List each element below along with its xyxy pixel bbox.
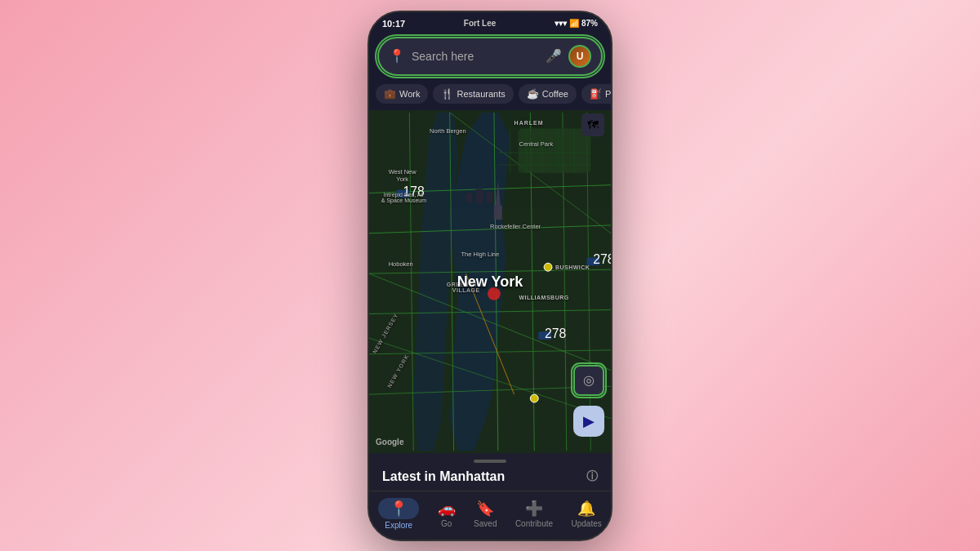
directions-button[interactable]: ▶ (573, 406, 604, 437)
svg-text:278: 278 (545, 327, 567, 340)
status-bar: 10:17 Fort Lee ▾▾▾ 📶 87% (369, 12, 611, 32)
location: Fort Lee (464, 19, 496, 28)
svg-rect-28 (487, 191, 493, 203)
place-hoboken: Hoboken (389, 260, 413, 268)
chip-work[interactable]: 💼 Work (376, 84, 428, 104)
bottom-nav: 📍 Explore 🚗 Go 🔖 Saved ➕ Contribute 🔔 Up… (369, 491, 611, 541)
explore-label: Explore (385, 521, 412, 530)
go-icon: 🚗 (438, 500, 456, 518)
petrol-label: Petro... (605, 89, 611, 99)
wifi-icon: 📶 (569, 19, 579, 28)
avatar-initial: U (577, 51, 584, 62)
search-container: 📍 Search here 🎤 U (369, 32, 611, 81)
category-bar: 💼 Work 🍴 Restaurants ☕ Coffee ⛽ Petro... (369, 81, 611, 110)
sheet-handle (474, 460, 506, 463)
svg-rect-30 (494, 205, 502, 220)
layers-button[interactable]: 🗺 (581, 113, 604, 136)
svg-rect-27 (475, 189, 483, 203)
svg-rect-18 (519, 128, 591, 172)
explore-icon: 📍 (390, 500, 408, 517)
place-rockefeller: Rockefeller Center (490, 223, 541, 230)
restaurants-label: Restaurants (457, 89, 505, 99)
phone-frame: 10:17 Fort Lee ▾▾▾ 📶 87% 📍 Search here 🎤… (368, 11, 612, 541)
place-highline: The High Line (461, 251, 499, 258)
nav-explore[interactable]: 📍 Explore (378, 498, 419, 530)
maps-pin-icon: 📍 (389, 48, 405, 64)
updates-label: Updates (571, 519, 601, 528)
directions-arrow-icon: ▶ (583, 412, 595, 430)
svg-point-31 (544, 263, 552, 271)
new-york-label: New York (457, 273, 523, 290)
saved-icon: 🔖 (476, 500, 494, 518)
bottom-sheet: Latest in Manhattan ⓘ (369, 453, 611, 491)
go-label: Go (441, 519, 452, 528)
bottom-title-text: Latest in Manhattan (382, 469, 505, 484)
svg-rect-26 (466, 193, 472, 202)
petrol-icon: ⛽ (590, 88, 602, 100)
time: 10:17 (382, 19, 405, 29)
nav-saved[interactable]: 🔖 Saved (474, 500, 497, 528)
layers-icon: 🗺 (587, 118, 599, 131)
search-input[interactable]: Search here (412, 50, 539, 63)
chip-restaurants[interactable]: 🍴 Restaurants (433, 84, 513, 104)
place-west-new-york: West NewYork (389, 168, 416, 183)
svg-point-32 (530, 394, 538, 402)
map-area[interactable]: 178 278 278 North Bergen West NewYork Ce… (369, 110, 611, 453)
updates-icon: 🔔 (577, 500, 595, 518)
place-intrepid: Intrepid Sea, Air& Space Museum (381, 192, 426, 203)
contribute-icon: ➕ (525, 500, 543, 518)
work-icon: 💼 (384, 88, 396, 100)
place-williamsburg: WILLIAMSBURG (519, 295, 569, 300)
mic-icon[interactable]: 🎤 (546, 48, 562, 64)
google-watermark: Google (376, 438, 403, 447)
status-icons: ▾▾▾ 📶 87% (555, 19, 598, 28)
explore-icon-bg: 📍 (378, 498, 419, 519)
work-label: Work (399, 89, 420, 99)
location-crosshair-icon: ◎ (583, 372, 595, 388)
place-bushwick: BUSHWICK (555, 264, 590, 270)
signal-icon: ▾▾▾ (555, 19, 567, 28)
place-harlem: HARLEM (514, 120, 544, 126)
chip-coffee[interactable]: ☕ Coffee (519, 84, 577, 104)
coffee-icon: ☕ (527, 88, 539, 100)
location-button[interactable]: ◎ (573, 365, 604, 396)
nav-go[interactable]: 🚗 Go (438, 500, 456, 528)
nav-contribute[interactable]: ➕ Contribute (515, 500, 553, 528)
place-north-bergen: North Bergen (430, 127, 466, 135)
saved-label: Saved (474, 519, 497, 528)
battery-text: 87% (581, 19, 598, 28)
svg-text:278: 278 (593, 252, 611, 266)
chip-petrol[interactable]: ⛽ Petro... (581, 84, 611, 104)
avatar[interactable]: U (568, 45, 591, 68)
place-central-park: Central Park (519, 140, 554, 148)
bottom-title-row: Latest in Manhattan ⓘ (382, 469, 598, 491)
search-bar[interactable]: 📍 Search here 🎤 U (377, 37, 603, 76)
restaurants-icon: 🍴 (441, 88, 453, 100)
nav-updates[interactable]: 🔔 Updates (571, 500, 601, 528)
contribute-label: Contribute (515, 519, 553, 528)
coffee-label: Coffee (542, 89, 568, 99)
info-icon[interactable]: ⓘ (586, 469, 598, 484)
